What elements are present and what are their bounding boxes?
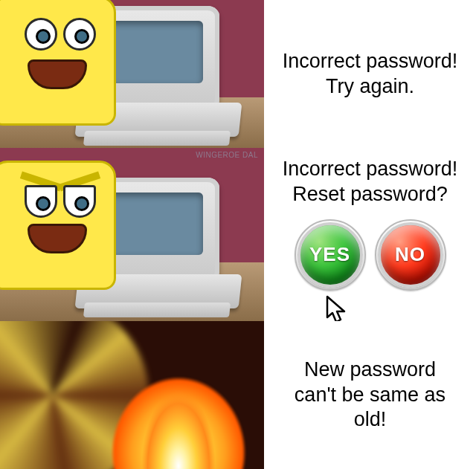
panel-1-line-1: Incorrect password! [283, 49, 458, 74]
panel-1-line-2: Try again. [326, 74, 414, 100]
panel-2-image: WINGEROE DAL [0, 148, 264, 321]
reset-buttons: YES NO [298, 222, 443, 288]
watermark-text: WINGEROE DAL [196, 151, 258, 159]
panel-2-caption: Incorrect password! Reset password? YES … [264, 148, 476, 321]
no-button[interactable]: NO [378, 222, 443, 288]
panel-2-line-2: Reset password? [292, 182, 448, 207]
meme-grid: Incorrect password! Try again. WINGEROE … [0, 0, 476, 469]
panel-1-image [0, 0, 264, 148]
panel-3-line-3: old! [354, 407, 387, 433]
panel-2-line-1: Incorrect password! [283, 157, 458, 182]
yes-button[interactable]: YES [298, 222, 363, 288]
panel-3-line-1: New password [304, 358, 436, 383]
panel-3-image [0, 321, 264, 469]
panel-3-caption: New password can't be same as old! [264, 321, 476, 469]
panel-1-caption: Incorrect password! Try again. [264, 0, 476, 148]
cursor-icon [324, 295, 350, 322]
no-button-label: NO [395, 242, 425, 267]
spongebob-angry-icon [0, 161, 116, 290]
fire-icon-inner [112, 321, 245, 469]
panel-3-line-2: can't be same as [295, 383, 446, 408]
yes-button-label: YES [309, 242, 350, 267]
spongebob-worried-icon [0, 0, 116, 126]
